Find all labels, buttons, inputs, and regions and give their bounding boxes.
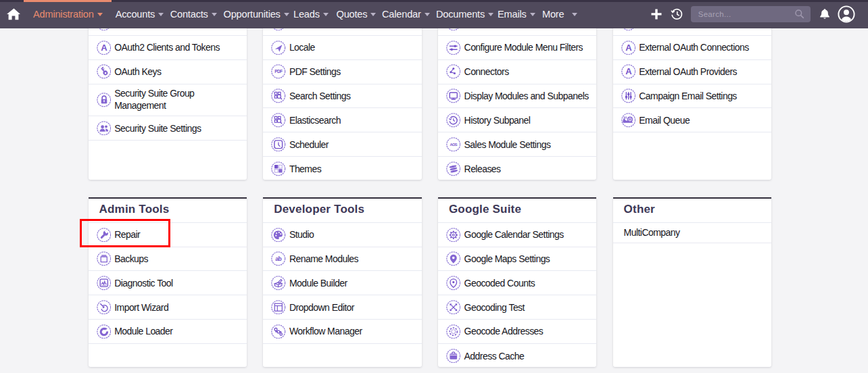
svg-text:A: A: [101, 43, 107, 53]
svg-text:ab: ab: [275, 255, 281, 262]
svg-text:PDF: PDF: [274, 70, 283, 74]
svg-text:A: A: [625, 67, 632, 77]
svg-text:AOS: AOS: [450, 143, 457, 147]
svg-text:A: A: [625, 43, 632, 53]
